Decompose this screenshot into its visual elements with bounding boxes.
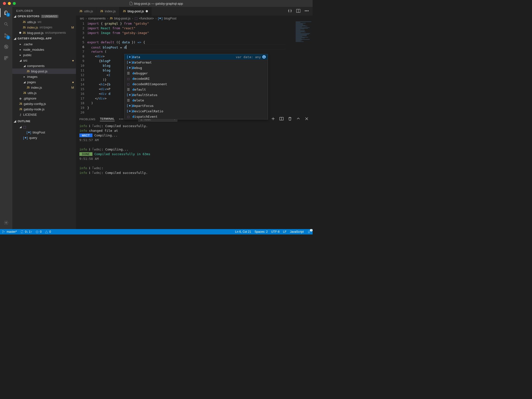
file-item[interactable]: JSindex.jsM [12,85,76,90]
file-item[interactable]: JSblog-post.js [12,68,76,74]
file-item[interactable]: JSgatsby-config.js [12,101,76,106]
problems-tab[interactable]: PROBLEMS [79,118,95,121]
folder-item[interactable]: ◢components [12,63,76,68]
breadcrumb[interactable]: src› components› JS blog-post.js› ⬚ <fun… [76,16,313,21]
suggestion-item[interactable]: [⁕] devicePixelRatio [124,108,268,114]
source-control-icon[interactable]: 1 [3,32,10,39]
terminal-output[interactable]: info ℹ ｢wdm｣: Compiled successfully.info… [76,123,313,178]
chevron-down-icon: ◢ [23,81,26,84]
search-icon[interactable] [3,21,10,28]
file-label: utils.js [27,20,36,24]
suggestion-item[interactable]: ☰ delete [124,98,268,103]
svg-point-17 [4,232,4,232]
suggestion-item[interactable]: ☰ default [124,87,268,92]
unsaved-badge: 1 UNSAVED [41,15,58,18]
variable-icon: [⁕] [126,104,130,108]
js-icon: JS [110,17,113,20]
file-item[interactable]: JSutils.js [12,90,76,96]
extensions-icon[interactable] [3,55,10,62]
explorer-icon[interactable]: 1 [3,9,10,16]
svg-rect-7 [6,56,8,58]
git-icon: ◆ [19,97,22,100]
suggestion-item[interactable]: ⬚ dispatchEvent [124,114,268,119]
settings-icon[interactable] [3,219,10,226]
svg-point-9 [6,222,7,223]
outline-header[interactable]: ◢ OUTLINE [12,119,76,124]
folder-item[interactable]: ◢pages● [12,79,76,85]
file-label: index.js [27,26,38,29]
editor-tab[interactable]: JSutils.js [76,7,97,16]
dirty-indicator [19,32,21,34]
open-editors-header[interactable]: ◢ OPEN EDITORS 1 UNSAVED [12,14,76,19]
chevron-down-icon: ◢ [19,125,22,129]
suggestion-item[interactable]: [⁕] defaultStatus [124,92,268,98]
editor-tab[interactable]: JSindex.js [97,7,119,16]
scm-badge: 1 [6,35,10,39]
window-title: blog-post.js — gatsby-graphql-app [0,2,313,5]
cube-icon: ⬚ [23,125,26,129]
variable-icon: [⁕] [126,55,130,59]
chevron-down-icon: ◢ [14,119,16,123]
editor-tab[interactable]: JSblog-post.js [119,7,152,16]
more-icon[interactable]: ••• [119,117,124,121]
maximize-window-button[interactable] [13,2,16,5]
folder-item[interactable]: ◢src● [12,58,76,63]
svg-point-11 [305,11,306,11]
folder-item[interactable]: ▸images [12,74,76,79]
eol[interactable]: LF [283,230,286,233]
language-mode[interactable]: JavaScript [290,230,304,233]
method-icon: ⬚ [126,77,130,81]
git-sync[interactable]: 0↓ 1↑ [20,230,32,233]
dirty-indicator [146,10,148,12]
file-item[interactable]: ⚷LICENSE [12,112,76,117]
outline-item[interactable]: ◢⬚ [12,124,76,130]
code-editor[interactable]: 1234567891011121314151617181920 import {… [76,21,313,115]
svg-point-16 [2,233,3,233]
git-branch[interactable]: master* [2,230,17,233]
method-icon: ⬚ [126,82,130,86]
terminal-tab[interactable]: TERMINAL [100,117,115,121]
notifications-icon[interactable]: 1 [307,230,311,233]
svg-point-13 [308,11,309,11]
debug-icon[interactable] [3,43,10,50]
file-label: blog-post.js [27,31,43,35]
outline-item[interactable]: [⁕]query [12,135,76,140]
suggestion-item[interactable]: ☰ debugger [124,70,268,76]
status-errors[interactable]: 0 0 [35,230,51,233]
open-editor-item[interactable]: JSindex.jssrc/pagesM [12,25,76,30]
maximize-panel-icon[interactable] [296,116,301,122]
more-icon[interactable] [304,8,309,14]
open-editor-item[interactable]: JSutils.jssrc [12,19,76,25]
chevron-right-icon: ▸ [19,43,22,46]
suggestion-item[interactable]: [⁕] dateFormat [124,60,268,65]
indentation[interactable]: Spaces: 2 [255,230,268,233]
suggestion-item[interactable]: ⬚ decodeURI [124,76,268,81]
compare-icon[interactable] [287,8,292,14]
svg-point-15 [2,231,3,231]
open-editor-item[interactable]: JSblog-post.jssrc/components [12,30,76,35]
close-panel-icon[interactable] [304,116,309,122]
outline-item[interactable]: [⁕]blogPost [12,130,76,135]
minimize-window-button[interactable] [8,2,11,5]
explorer-badge: 1 [6,13,10,17]
close-window-button[interactable] [3,2,6,5]
intellisense-widget[interactable]: [⁕] datavar data: anyi[⁕] dateFormat[⁕] … [124,54,268,119]
info-icon[interactable]: i [262,55,266,59]
titlebar: blog-post.js — gatsby-graphql-app [0,0,313,7]
cursor-position[interactable]: Ln 6, Col 21 [235,230,251,233]
encoding[interactable]: UTF-8 [271,230,280,233]
split-terminal-icon[interactable] [279,116,284,122]
new-terminal-icon[interactable] [271,116,276,122]
suggestion-item[interactable]: [⁕] departFocus [124,103,268,108]
folder-item[interactable]: ▸node_modules [12,47,76,52]
split-editor-icon[interactable] [296,8,301,14]
suggestion-item[interactable]: ⬚ decodeURIComponent [124,81,268,87]
suggestion-item[interactable]: [⁕] datavar data: anyi [124,54,268,60]
suggestion-item[interactable]: [⁕] debug [124,65,268,70]
folder-item[interactable]: ▸.cache [12,41,76,47]
kill-terminal-icon[interactable] [287,116,292,122]
file-item[interactable]: JSgatsby-node.js [12,106,76,112]
folder-item[interactable]: ▸public [12,52,76,58]
file-item[interactable]: ◆.gitignore [12,96,76,101]
folder-header[interactable]: ◢ GATSBY-GRAPHQL-APP [12,36,76,41]
